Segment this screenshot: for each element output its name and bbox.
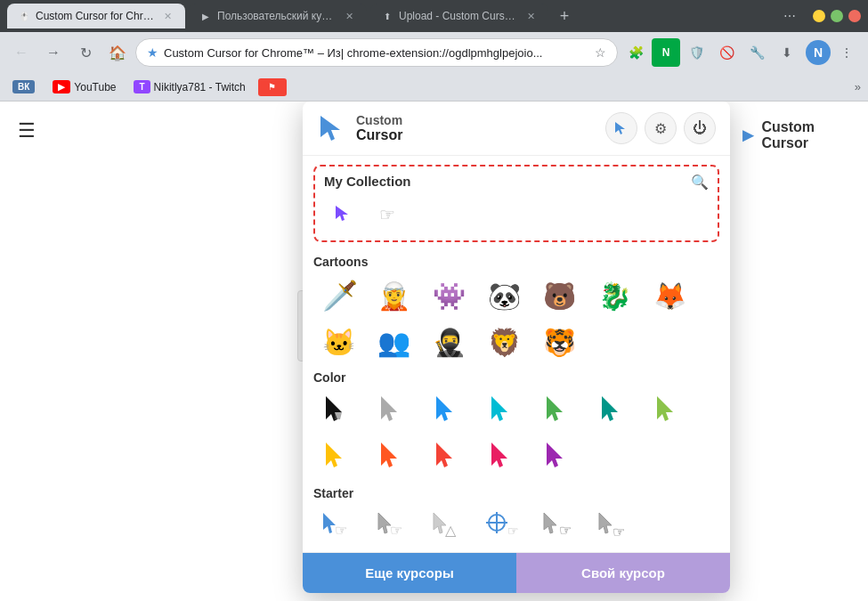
cursor-item[interactable]: 🗡️ [313, 272, 367, 317]
svg-marker-33 [434, 513, 446, 533]
cursor-item-black[interactable] [313, 388, 367, 433]
cartoon-cursor-9: 👥 [377, 323, 413, 359]
starter-cursor-2[interactable]: ☞ [369, 504, 422, 548]
cartoon-cursor-5: 🐻 [543, 277, 579, 313]
bookmark-youtube[interactable]: ▶ YouTube [47, 77, 121, 98]
svg-marker-26 [436, 443, 452, 467]
twitch-label: Nikitlya781 - Twitch [154, 81, 246, 93]
svg-text:☞: ☞ [612, 524, 625, 540]
cursor-item-yellow[interactable] [313, 435, 367, 479]
collection-search-icon[interactable]: 🔍 [691, 174, 709, 191]
svg-marker-41 [599, 513, 612, 533]
cursor-item-red[interactable] [424, 435, 477, 479]
address-bar[interactable]: ★ Custom Cursor for Chrome™ – Из| chrome… [135, 38, 618, 67]
color-cursor-blue [433, 394, 468, 426]
cursor-item[interactable]: 🦁 [479, 319, 532, 363]
cursor-item[interactable]: 🦊 [645, 272, 698, 317]
svg-text:△: △ [445, 523, 457, 538]
profile-avatar[interactable]: N [806, 40, 831, 65]
category-cartoons: Cartoons 🗡️ 🧝 👾 [303, 251, 730, 367]
cursor-item[interactable]: 🐱 [313, 319, 367, 363]
minimize-button[interactable] [813, 10, 825, 22]
cursor-item[interactable]: 🥷 [424, 319, 477, 363]
cursor-arrow-button[interactable] [605, 112, 637, 144]
bookmarks-bar: ВК ▶ YouTube T Nikitlya781 - Twitch ⚑ » [0, 73, 868, 102]
toolbar: ← → ↻ 🏠 ★ Custom Cursor for Chrome™ – Из… [0, 32, 868, 73]
home-button[interactable]: 🏠 [103, 38, 132, 67]
back-button[interactable]: ← [7, 38, 36, 67]
collection-cursor-arrow[interactable] [324, 194, 363, 233]
misc-icon[interactable]: 🔧 [742, 38, 771, 67]
custom-cursor-button[interactable]: Свой курсор [516, 553, 730, 593]
svg-marker-2 [336, 206, 348, 221]
starter-cursor-5[interactable]: ☞ [534, 504, 588, 548]
starter-svg-6: ☞ [596, 510, 636, 542]
cursor-item[interactable]: 🐼 [479, 272, 532, 317]
bookmark-star-icon[interactable]: ☆ [595, 45, 606, 60]
tab-close-1[interactable]: ✕ [160, 9, 174, 23]
svg-text:☞: ☞ [379, 205, 395, 224]
starter-cursor-1[interactable]: ☞ [313, 504, 367, 548]
flag-bookmark[interactable]: ⚑ [258, 78, 287, 96]
popup-content[interactable]: Cartoons 🗡️ 🧝 👾 [303, 251, 730, 552]
tab-custom-cursor[interactable]: 🖱️ Custom Cursor for Chrome™ -... ✕ [7, 4, 185, 28]
maximize-button[interactable] [831, 10, 843, 22]
cursor-item[interactable]: 🐯 [534, 319, 588, 363]
cursor-item-orange[interactable] [369, 435, 422, 479]
tab-close-3[interactable]: ✕ [523, 9, 538, 23]
more-tools-icon[interactable]: ⬇ [773, 38, 801, 67]
tab-upload[interactable]: ⬆ Upload - Custom Cursor for Ch... ✕ [370, 4, 548, 28]
cursor-item-pink[interactable] [479, 435, 532, 479]
bookmark-vk[interactable]: ВК [7, 77, 40, 98]
popup-logo-icon-container [317, 112, 349, 144]
cursor-item-gray[interactable] [369, 388, 422, 433]
toolbar-icons: 🧩 N 🛡️ 🚫 🔧 ⬇ N ⋮ [621, 38, 861, 67]
cursor-item-purple[interactable] [534, 435, 588, 479]
svg-marker-23 [657, 396, 673, 421]
cursor-item-teal[interactable] [589, 388, 643, 433]
bookmark-twitch[interactable]: T Nikitlya781 - Twitch [128, 77, 250, 98]
cursor-item-lime[interactable] [645, 388, 698, 433]
starter-grid: ☞ ☞ [313, 504, 719, 548]
cursor-item[interactable]: 👥 [369, 319, 422, 363]
bookmarks-more[interactable]: » [855, 80, 861, 93]
cursor-item-green[interactable] [534, 388, 588, 433]
page-content: ☰ ► Custom Cursor ЗАГРУЗИТ - Не ис - Исп… [0, 102, 868, 601]
tab-favicon-1: 🖱️ [18, 10, 30, 22]
starter-svg-1: ☞ [320, 510, 360, 542]
cursor-item[interactable]: 🧝 [369, 272, 422, 317]
twitch-icon: T [134, 80, 150, 93]
tab-custom-cursor-ru[interactable]: ▶ Пользовательский курсор ✕ [189, 4, 367, 28]
cursor-item[interactable]: 🐉 [589, 272, 643, 317]
cartoon-cursor-10: 🥷 [433, 323, 468, 359]
more-cursors-button[interactable]: Еще курсоры [303, 553, 516, 593]
window-controls[interactable]: ⋯ [777, 4, 802, 28]
starter-cursor-6[interactable]: ☞ [589, 504, 643, 548]
close-button[interactable] [848, 10, 861, 22]
cursor-item-cyan[interactable] [479, 388, 532, 433]
popup-header: Custom Cursor ⚙ [303, 102, 730, 156]
page-logo-custom: Custom [761, 119, 815, 135]
starter-cursor-3[interactable]: △ [424, 504, 477, 548]
cartoon-cursor-6: 🐉 [598, 277, 634, 313]
extensions-icon[interactable]: 🧩 [621, 38, 650, 67]
settings-button[interactable]: ⚙ [645, 112, 677, 144]
refresh-button[interactable]: ↻ [71, 38, 100, 67]
svg-text:🥷: 🥷 [433, 327, 466, 359]
svg-text:☞: ☞ [559, 523, 572, 538]
cursor-item-blue[interactable] [424, 388, 477, 433]
collection-cursor-hand[interactable]: ☞ [370, 194, 410, 233]
tab-close-2[interactable]: ✕ [342, 9, 356, 23]
kaspersky-icon[interactable]: 🛡️ [682, 38, 710, 67]
cursor-item[interactable]: 👾 [424, 272, 477, 317]
hamburger-icon[interactable]: ☰ [18, 119, 36, 142]
n-extension-icon[interactable]: N [652, 38, 680, 67]
cartoon-cursor-8: 🐱 [322, 323, 358, 359]
forward-button[interactable]: → [39, 38, 68, 67]
new-tab-button[interactable]: + [552, 4, 577, 28]
power-button[interactable]: ⏻ [684, 112, 716, 144]
starter-cursor-4[interactable]: ☞ [479, 504, 532, 548]
cursor-item[interactable]: 🐻 [534, 272, 588, 317]
menu-icon[interactable]: ⋮ [832, 38, 861, 67]
adblock-icon[interactable]: 🚫 [712, 38, 741, 67]
